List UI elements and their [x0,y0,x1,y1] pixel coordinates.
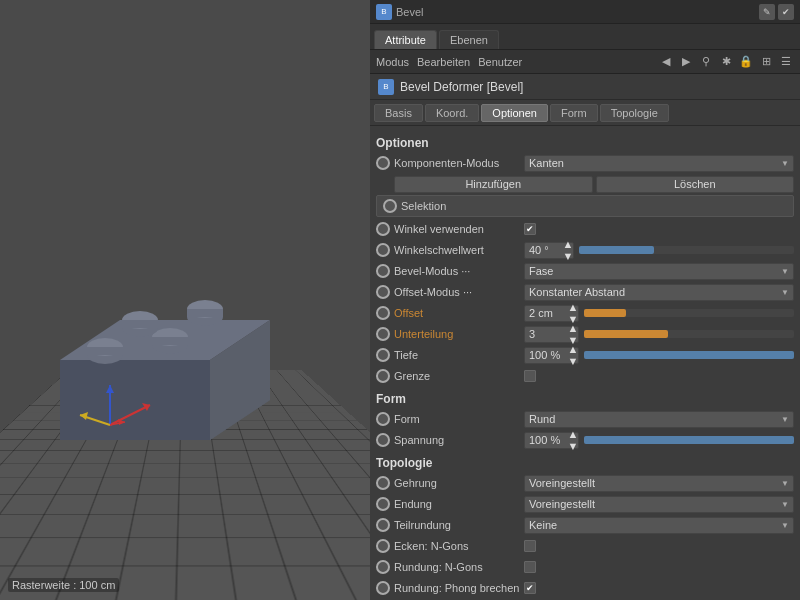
toolbar-bearbeiten[interactable]: Bearbeiten [417,56,470,68]
check-icon[interactable]: ✔ [778,4,794,20]
input-winkelschwellwert[interactable]: 40 ° ▲▼ [524,242,574,259]
toolbar-benutzer[interactable]: Benutzer [478,56,522,68]
row-winkelschwellwert: Winkelschwellwert 40 ° ▲▼ [376,240,794,260]
btn-loeschen[interactable]: Löschen [596,176,795,193]
row-form-form: Form Rund ▼ [376,409,794,429]
btn-hinzufuegen[interactable]: Hinzufügen [394,176,593,193]
input-spannung[interactable]: 100 % ▲▼ [524,432,579,449]
svg-marker-12 [122,320,158,328]
label-spannung: Spannung [394,434,524,446]
section-optionen: Optionen [376,132,794,153]
subtab-basis[interactable]: Basis [374,104,423,122]
search-icon[interactable]: ⚲ [698,54,714,70]
subtab-topologie[interactable]: Topologie [600,104,669,122]
row-teilrundung: Teilrundung Keine ▼ [376,515,794,535]
menu-icon[interactable]: ☰ [778,54,794,70]
dropdown-bevel-modus[interactable]: Fase ▼ [524,263,794,280]
slider-offset[interactable] [584,309,794,317]
dot-grenze [376,369,390,383]
dropdown-teilrundung[interactable]: Keine ▼ [524,517,794,534]
label-form: Form [394,413,524,425]
row-rundung-ngons: Rundung: N-Gons [376,557,794,577]
svg-marker-6 [87,347,123,355]
top-bar-icons: ✎ ✔ [759,4,794,20]
tab-ebenen[interactable]: Ebenen [439,30,499,49]
label-offset: Offset [394,307,524,319]
subtab-optionen[interactable]: Optionen [481,104,548,122]
dot-teilrundung [376,518,390,532]
label-ecken-ngons: Ecken: N-Gons [394,540,524,552]
label-selektion: Selektion [401,200,446,212]
toolbar: Modus Bearbeiten Benutzer ◀ ▶ ⚲ ✱ 🔒 ⊞ ☰ [370,50,800,74]
lego-block [30,240,330,520]
slider-tiefe[interactable] [584,351,794,359]
dot-rundung-ngons [376,560,390,574]
dropdown-endung[interactable]: Voreingestellt ▼ [524,496,794,513]
lock-icon[interactable]: 🔒 [738,54,754,70]
svg-marker-15 [187,309,223,317]
dot-offset-modus [376,285,390,299]
checkbox-rundung-phong[interactable]: ✔ [524,582,536,594]
toolbar-modus[interactable]: Modus [376,56,409,68]
label-grenze: Grenze [394,370,524,382]
dot-form [376,412,390,426]
dot-unterteilung [376,327,390,341]
label-rundung-ngons: Rundung: N-Gons [394,561,524,573]
slider-unterteilung[interactable] [584,330,794,338]
dropdown-offset-modus[interactable]: Konstanter Abstand ▼ [524,284,794,301]
row-bevel-modus: Bevel-Modus ··· Fase ▼ [376,261,794,281]
dropdown-form[interactable]: Rund ▼ [524,411,794,428]
star-icon[interactable]: ✱ [718,54,734,70]
properties-panel: B Bevel ✎ ✔ Attribute Ebenen Modus Bearb… [370,0,800,600]
dot-komponenten [376,156,390,170]
deformer-title: Bevel Deformer [Bevel] [400,80,523,94]
checkbox-ecken-ngons[interactable] [524,540,536,552]
subtab-koord[interactable]: Koord. [425,104,479,122]
dot-ecken-ngons [376,539,390,553]
3d-viewport[interactable]: Rasterweite : 100 cm [0,0,370,600]
checkbox-grenze[interactable] [524,370,536,382]
dropdown-komponenten[interactable]: Kanten ▼ [524,155,794,172]
dot-endung [376,497,390,511]
top-bar: B Bevel ✎ ✔ [370,0,800,24]
label-offset-modus: Offset-Modus ··· [394,286,524,298]
row-spannung: Spannung 100 % ▲▼ [376,430,794,450]
dot-tiefe [376,348,390,362]
label-winkelschwellwert: Winkelschwellwert [394,244,524,256]
slider-winkelschwellwert[interactable] [579,246,794,254]
edit-icon[interactable]: ✎ [759,4,775,20]
content-area[interactable]: Optionen Komponenten-Modus Kanten ▼ Hinz… [370,126,800,600]
row-ecken-ngons: Ecken: N-Gons [376,536,794,556]
svg-marker-2 [60,360,210,440]
row-unterteilung: Unterteilung 3 ▲▼ [376,324,794,344]
tab-attribute[interactable]: Attribute [374,30,437,49]
bevel-icon: B [376,4,392,20]
dot-winkelschwellwert [376,243,390,257]
dot-bevel-modus [376,264,390,278]
toolbar-icons: ◀ ▶ ⚲ ✱ 🔒 ⊞ ☰ [658,54,794,70]
grid-icon[interactable]: ⊞ [758,54,774,70]
dropdown-gehrung[interactable]: Voreingestellt ▼ [524,475,794,492]
checkbox-rundung-ngons[interactable] [524,561,536,573]
main-tabs: Attribute Ebenen [370,24,800,50]
input-offset[interactable]: 2 cm ▲▼ [524,305,579,322]
label-bevel-modus: Bevel-Modus ··· [394,265,524,277]
arrow-right-icon[interactable]: ▶ [678,54,694,70]
subtab-form[interactable]: Form [550,104,598,122]
checkbox-winkel-verwenden[interactable]: ✔ [524,223,536,235]
rasterweite-label: Rasterweite : 100 cm [8,578,119,592]
input-unterteilung[interactable]: 3 ▲▼ [524,326,579,343]
label-rundung-phong: Rundung: Phong brechen [394,582,524,594]
label-tiefe: Tiefe [394,349,524,361]
sub-tabs: Basis Koord. Optionen Form Topologie [370,100,800,126]
row-offset: Offset 2 cm ▲▼ [376,303,794,323]
row-grenze: Grenze [376,366,794,386]
section-form: Form [376,388,794,409]
slider-spannung[interactable] [584,436,794,444]
dot-winkel-verwenden [376,222,390,236]
arrow-left-icon[interactable]: ◀ [658,54,674,70]
row-gehrung: Gehrung Voreingestellt ▼ [376,473,794,493]
section-topologie: Topologie [376,452,794,473]
input-tiefe[interactable]: 100 % ▲▼ [524,347,579,364]
row-winkel-verwenden: Winkel verwenden ✔ [376,219,794,239]
